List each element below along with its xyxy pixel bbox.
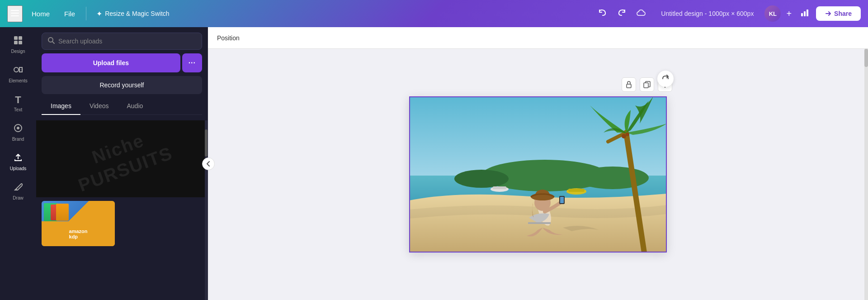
upload-files-row: Upload files ··· bbox=[42, 53, 202, 72]
media-scroll-area[interactable]: NichePURSUITS amazonkdp bbox=[36, 120, 208, 300]
svg-point-10 bbox=[14, 67, 19, 72]
uploads-icon bbox=[13, 152, 23, 165]
panel-scrollbar[interactable] bbox=[205, 120, 208, 300]
position-label[interactable]: Position bbox=[217, 34, 240, 42]
svg-rect-23 bbox=[493, 186, 506, 189]
svg-rect-2 bbox=[11, 15, 19, 16]
resize-label: Resize & Magic Switch bbox=[105, 10, 169, 17]
watermark-text: NichePURSUITS bbox=[68, 122, 176, 196]
elements-icon bbox=[13, 65, 23, 77]
share-button[interactable]: Share bbox=[816, 6, 861, 21]
position-toolbar: Position bbox=[208, 27, 868, 49]
search-input[interactable] bbox=[58, 38, 196, 45]
rotate-handle[interactable] bbox=[657, 71, 674, 87]
sidebar-item-label-text: Text bbox=[14, 107, 22, 112]
analytics-button[interactable] bbox=[797, 7, 812, 21]
thumbnail-amazon-kdp[interactable]: amazonkdp bbox=[42, 201, 115, 246]
svg-rect-31 bbox=[560, 197, 564, 203]
lock-button[interactable] bbox=[622, 77, 636, 92]
share-label: Share bbox=[834, 10, 852, 17]
sidebar-item-label-draw: Draw bbox=[13, 195, 23, 200]
duplicate-button[interactable] bbox=[640, 77, 654, 92]
svg-point-20 bbox=[576, 167, 649, 189]
nav-divider bbox=[86, 7, 86, 20]
upload-files-button[interactable]: Upload files bbox=[42, 53, 180, 72]
resize-magic-switch-button[interactable]: ✦ Resize & Magic Switch bbox=[92, 7, 174, 21]
search-icon bbox=[47, 37, 55, 46]
svg-rect-7 bbox=[19, 36, 22, 40]
brand-icon bbox=[13, 123, 23, 135]
hide-panel-button[interactable] bbox=[202, 157, 215, 170]
main-layout: Design Elements T Text bbox=[0, 27, 868, 300]
svg-rect-15 bbox=[644, 83, 648, 88]
svg-point-21 bbox=[454, 170, 509, 188]
svg-rect-9 bbox=[19, 41, 22, 44]
design-icon bbox=[13, 35, 23, 48]
tab-images[interactable]: Images bbox=[42, 98, 80, 115]
add-collaborator-button[interactable]: + bbox=[784, 7, 793, 21]
design-canvas[interactable] bbox=[409, 96, 667, 252]
sidebar-item-uploads[interactable]: Uploads bbox=[2, 148, 34, 176]
svg-point-35 bbox=[535, 190, 550, 200]
svg-rect-25 bbox=[568, 189, 585, 192]
svg-rect-32 bbox=[528, 222, 551, 224]
svg-point-12 bbox=[17, 127, 19, 129]
search-box[interactable] bbox=[42, 33, 202, 50]
svg-rect-3 bbox=[801, 13, 803, 16]
uploads-panel: Upload files ··· Record yourself Images … bbox=[36, 27, 208, 300]
sidebar-item-label-design: Design bbox=[11, 49, 25, 54]
svg-rect-0 bbox=[11, 10, 19, 11]
svg-point-28 bbox=[622, 134, 626, 138]
redo-button[interactable] bbox=[614, 6, 629, 21]
tab-audio[interactable]: Audio bbox=[118, 98, 152, 115]
svg-rect-14 bbox=[627, 84, 631, 88]
sidebar-item-label-uploads: Uploads bbox=[10, 166, 27, 171]
upload-more-button[interactable]: ··· bbox=[182, 53, 202, 72]
uploads-panel-content: Upload files ··· Record yourself Images … bbox=[36, 27, 208, 120]
topbar: Home File ✦ Resize & Magic Switch Untitl… bbox=[0, 0, 868, 27]
right-scrollbar-thumb bbox=[864, 49, 868, 67]
avatar[interactable]: KL bbox=[764, 5, 781, 22]
file-button[interactable]: File bbox=[59, 7, 80, 20]
home-button[interactable]: Home bbox=[26, 7, 55, 20]
svg-rect-4 bbox=[804, 11, 806, 16]
panel-scrollbar-thumb bbox=[205, 129, 208, 157]
text-icon: T bbox=[15, 94, 21, 106]
record-yourself-button[interactable]: Record yourself bbox=[42, 76, 202, 94]
sidebar-item-design[interactable]: Design bbox=[2, 31, 34, 58]
canvas-wrapper[interactable] bbox=[208, 49, 868, 300]
draw-icon bbox=[13, 182, 23, 194]
resize-icon: ✦ bbox=[96, 10, 102, 18]
tab-videos[interactable]: Videos bbox=[80, 98, 118, 115]
sidebar-item-brand[interactable]: Brand bbox=[2, 119, 34, 146]
svg-rect-8 bbox=[14, 41, 18, 44]
sidebar-item-elements[interactable]: Elements bbox=[2, 60, 34, 88]
icon-sidebar: Design Elements T Text bbox=[0, 27, 36, 300]
svg-rect-1 bbox=[11, 13, 19, 14]
canvas-area: Position bbox=[208, 27, 868, 300]
design-title: Untitled design - 1000px × 600px bbox=[661, 10, 754, 17]
svg-point-29 bbox=[626, 133, 629, 136]
svg-rect-6 bbox=[14, 36, 18, 40]
media-tabs: Images Videos Audio bbox=[42, 98, 202, 115]
undo-button[interactable] bbox=[595, 6, 610, 21]
sidebar-item-label-brand: Brand bbox=[12, 137, 24, 142]
upload-more-icon: ··· bbox=[189, 59, 196, 67]
sidebar-item-text[interactable]: T Text bbox=[2, 90, 34, 117]
cloud-save-button[interactable] bbox=[633, 6, 650, 21]
sidebar-item-label-elements: Elements bbox=[9, 78, 28, 83]
right-scrollbar[interactable] bbox=[864, 49, 868, 300]
svg-rect-5 bbox=[807, 10, 808, 16]
watermark-upload-thumbnail[interactable]: NichePURSUITS bbox=[36, 120, 208, 197]
menu-icon[interactable] bbox=[7, 5, 23, 22]
thumbnails-row: amazonkdp bbox=[36, 197, 208, 250]
sidebar-item-draw[interactable]: Draw bbox=[2, 177, 34, 205]
